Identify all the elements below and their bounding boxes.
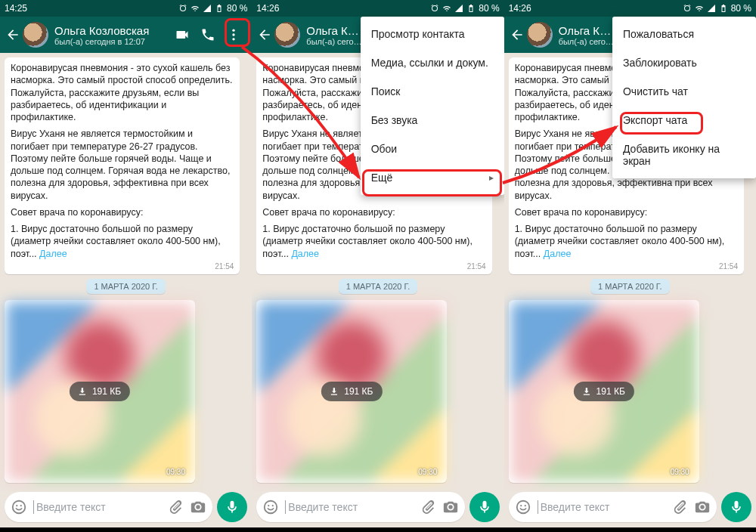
- back-arrow-icon: [510, 27, 525, 42]
- download-button[interactable]: 191 КБ: [574, 382, 634, 401]
- file-size: 191 КБ: [92, 386, 121, 397]
- chevron-right-icon: ▸: [489, 172, 494, 183]
- video-call-icon[interactable]: [175, 27, 190, 42]
- attach-icon[interactable]: [671, 499, 688, 515]
- battery-pct: 80 %: [227, 3, 247, 14]
- header-text[interactable]: Ольга Козловская был(-а) сегодня в 12: [559, 24, 616, 46]
- alarm-icon: [683, 4, 692, 13]
- msg-para: Коронавирусая пневмония - это сухой каше…: [11, 62, 234, 123]
- menu-clear-chat[interactable]: Очистить чат: [612, 77, 756, 106]
- menu-mute[interactable]: Без звука: [361, 106, 504, 135]
- attach-icon[interactable]: [420, 499, 436, 515]
- camera-icon[interactable]: [190, 499, 206, 515]
- signal-icon: [203, 4, 212, 13]
- mic-icon: [225, 500, 240, 515]
- menu-search[interactable]: Поиск: [361, 77, 504, 106]
- camera-icon[interactable]: [694, 499, 711, 515]
- read-more-link[interactable]: Далее: [544, 249, 572, 259]
- status-bar: 14:25 80 %: [0, 0, 252, 17]
- chat-header: Ольга Козловская был(-а) сегодня в 12:07: [0, 17, 252, 53]
- input-bar: Введите текст: [252, 491, 503, 527]
- mic-icon: [729, 500, 744, 515]
- message-bubble[interactable]: Коронавирусая пневмония - это сухой каше…: [5, 57, 240, 274]
- more-vert-icon: [226, 27, 241, 42]
- read-more-link[interactable]: Далее: [291, 249, 319, 259]
- avatar[interactable]: [274, 22, 300, 48]
- last-seen: был(-а) сегодня в 12: [559, 37, 616, 46]
- message-time: 21:54: [515, 261, 738, 271]
- svg-point-6: [265, 501, 277, 514]
- menu-more[interactable]: Ещё▸: [361, 163, 504, 192]
- menu-export-chat[interactable]: Экспорт чата: [612, 106, 756, 135]
- menu-report[interactable]: Пожаловаться: [612, 20, 756, 48]
- header-text[interactable]: Ольга Козловская был(-а) сегодня в 12: [306, 24, 364, 46]
- header-text[interactable]: Ольга Козловская был(-а) сегодня в 12:07: [54, 24, 170, 46]
- battery-icon: [466, 4, 476, 13]
- image-message[interactable]: 191 КБ 09:30: [509, 300, 699, 483]
- contact-name: Ольга Козловская: [559, 24, 616, 37]
- svg-point-3: [13, 501, 26, 514]
- download-icon: [77, 386, 88, 397]
- back-button[interactable]: [3, 25, 23, 45]
- msg-para: Совет врача по коронавирусу:: [11, 206, 234, 218]
- battery-icon: [719, 4, 728, 13]
- svg-point-2: [233, 38, 235, 40]
- mic-icon: [477, 500, 492, 515]
- msg-para: Совет врача по коронавирусу:: [262, 206, 485, 218]
- svg-point-8: [272, 505, 274, 506]
- battery-pct: 80 %: [731, 3, 751, 14]
- avatar[interactable]: [23, 22, 48, 48]
- screen-1: 14:25 80 % Ольга Козловская был(-а) сего…: [0, 0, 252, 527]
- input-placeholder: Введите текст: [538, 500, 665, 514]
- menu-wallpaper[interactable]: Обои: [361, 135, 504, 163]
- menu-add-shortcut[interactable]: Добавить иконку на экран: [612, 135, 756, 175]
- voice-record-button[interactable]: [217, 492, 247, 522]
- emoji-icon[interactable]: [11, 499, 27, 515]
- message-time: 21:54: [262, 261, 485, 271]
- download-button[interactable]: 191 КБ: [321, 382, 382, 401]
- message-input-box[interactable]: Введите текст: [256, 492, 464, 522]
- back-arrow-icon: [5, 27, 20, 42]
- signal-icon: [707, 4, 716, 13]
- back-button[interactable]: [255, 25, 274, 45]
- emoji-icon[interactable]: [262, 499, 279, 515]
- contact-name: Ольга Козловская: [54, 24, 170, 37]
- battery-icon: [215, 4, 224, 13]
- attach-icon[interactable]: [167, 499, 184, 515]
- message-input-box[interactable]: Введите текст: [5, 492, 212, 522]
- wifi-icon: [695, 4, 704, 13]
- menu-media[interactable]: Медиа, ссылки и докум.: [361, 48, 504, 77]
- options-dropdown: Просмотр контакта Медиа, ссылки и докум.…: [361, 17, 504, 195]
- msg-para: Совет врача по коронавирусу:: [515, 206, 738, 218]
- input-placeholder: Введите текст: [285, 500, 413, 514]
- image-time: 09:30: [671, 468, 689, 476]
- voice-record-button[interactable]: [469, 492, 500, 522]
- image-message[interactable]: 191 КБ 09:30: [5, 300, 195, 483]
- alarm-icon: [430, 4, 439, 13]
- voice-record-button[interactable]: [721, 492, 751, 522]
- avatar[interactable]: [527, 22, 553, 48]
- menu-view-contact[interactable]: Просмотр контакта: [361, 20, 504, 48]
- camera-icon[interactable]: [442, 499, 459, 515]
- menu-block[interactable]: Заблокировать: [612, 48, 756, 77]
- status-indicators: 80 %: [683, 3, 751, 14]
- input-placeholder: Введите текст: [33, 500, 161, 514]
- status-bar: 14:26 80 %: [504, 0, 756, 17]
- status-indicators: 80 %: [178, 3, 247, 14]
- msg-para: Вирус Уханя не является термостойким и п…: [11, 128, 234, 202]
- svg-point-10: [520, 505, 522, 506]
- status-indicators: 80 %: [430, 3, 499, 14]
- voice-call-icon[interactable]: [200, 27, 215, 42]
- read-more-link[interactable]: Далее: [39, 249, 67, 259]
- download-icon: [329, 386, 339, 397]
- back-button[interactable]: [507, 25, 527, 45]
- emoji-icon[interactable]: [515, 499, 531, 515]
- download-button[interactable]: 191 КБ: [70, 382, 130, 401]
- file-size: 191 КБ: [596, 386, 625, 397]
- chat-area[interactable]: Коронавирусая пневмония - это сухой каше…: [0, 53, 252, 491]
- more-options-button[interactable]: [226, 27, 241, 42]
- battery-pct: 80 %: [479, 3, 499, 14]
- image-message[interactable]: 191 КБ 09:30: [256, 300, 447, 483]
- message-input-box[interactable]: Введите текст: [509, 492, 717, 522]
- last-seen: был(-а) сегодня в 12: [306, 37, 364, 46]
